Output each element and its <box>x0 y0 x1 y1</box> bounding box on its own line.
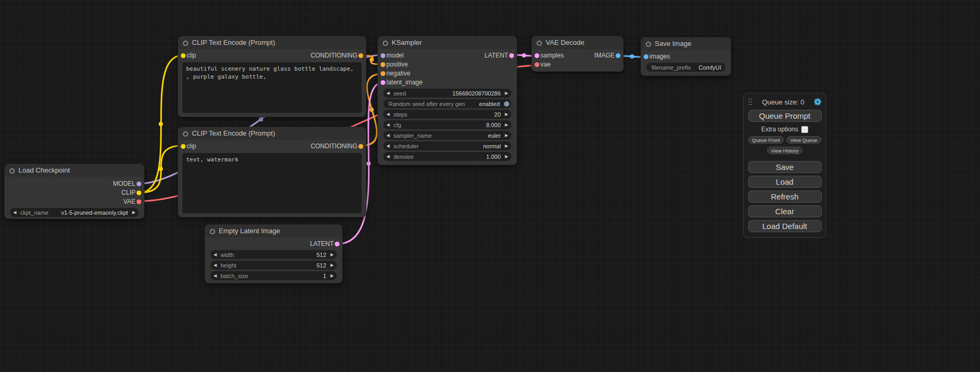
input-dot-latent-image[interactable] <box>381 80 385 85</box>
widget-denoise[interactable]: ◀ denoise 1.000 ▶ <box>383 152 511 161</box>
arrow-left-icon[interactable]: ◀ <box>383 152 390 161</box>
collapse-dot-icon[interactable] <box>183 41 188 46</box>
output-dot-latent[interactable] <box>335 242 339 246</box>
arrow-left-icon[interactable]: ◀ <box>10 208 16 217</box>
slot-area: samples IMAGE vae <box>532 49 623 69</box>
slot-row: LATENT <box>205 240 342 249</box>
node-title-bar[interactable]: VAE Decode <box>532 36 623 49</box>
widget-height[interactable]: ◀ height 512 ▶ <box>210 261 337 270</box>
widget-cfg[interactable]: ◀ cfg 8.000 ▶ <box>383 120 511 129</box>
node-save-image[interactable]: Save Image images filename_prefix ComfyU… <box>641 37 731 76</box>
widget-width[interactable]: ◀ width 512 ▶ <box>210 250 337 259</box>
node-load-checkpoint[interactable]: Load Checkpoint MODEL CLIP VAE ◀ ckpt_na… <box>4 164 144 219</box>
link-midpoint-dot <box>366 161 371 166</box>
arrow-left-icon[interactable]: ◀ <box>383 141 390 150</box>
widget-batch-size[interactable]: ◀ batch_size 1 ▶ <box>210 271 337 280</box>
drag-handle-icon[interactable] <box>748 98 752 106</box>
input-dot-negative[interactable] <box>381 71 385 76</box>
input-dot-clip[interactable] <box>181 144 186 149</box>
output-dot-conditioning[interactable] <box>358 144 363 149</box>
widget-steps[interactable]: ◀ steps 20 ▶ <box>383 110 511 119</box>
collapse-dot-icon[interactable] <box>9 168 15 174</box>
collapse-dot-icon[interactable] <box>537 41 542 46</box>
node-title-bar[interactable]: CLIP Text Encode (Prompt) <box>178 36 366 49</box>
widget-value: 512 <box>316 252 326 258</box>
output-dot-clip[interactable] <box>137 190 141 195</box>
input-dot-positive[interactable] <box>381 62 385 67</box>
output-label-latent: LATENT <box>484 51 508 60</box>
input-label-positive: positive <box>386 60 408 69</box>
node-title-bar[interactable]: Save Image <box>641 37 731 50</box>
input-dot-model[interactable] <box>381 53 385 58</box>
arrow-left-icon[interactable]: ◀ <box>210 250 217 259</box>
arrow-right-icon[interactable]: ▶ <box>331 250 337 259</box>
collapse-dot-icon[interactable] <box>183 131 188 137</box>
node-title-bar[interactable]: CLIP Text Encode (Prompt) <box>178 127 366 140</box>
link-midpoint-dot <box>259 117 263 121</box>
node-empty-latent-image[interactable]: Empty Latent Image LATENT ◀ width 512 ▶ … <box>205 224 343 283</box>
node-vae-decode[interactable]: VAE Decode samples IMAGE vae <box>531 36 624 72</box>
node-clip-text-encode-positive[interactable]: CLIP Text Encode (Prompt) clip CONDITION… <box>178 36 366 117</box>
widget-name: batch_size <box>220 273 248 279</box>
arrow-left-icon[interactable]: ◀ <box>210 271 217 280</box>
queue-panel: Queue size: 0 Queue Prompt Extra options… <box>743 93 826 238</box>
output-dot-latent[interactable] <box>509 53 514 58</box>
widget-value: 1.000 <box>486 154 501 160</box>
widget-sampler-name[interactable]: ◀ sampler_name euler ▶ <box>383 131 511 140</box>
settings-gear-icon[interactable] <box>814 98 821 106</box>
arrow-left-icon[interactable]: ◀ <box>383 120 390 129</box>
widget-scheduler[interactable]: ◀ scheduler normal ▶ <box>383 141 511 150</box>
arrow-left-icon[interactable]: ◀ <box>383 110 390 119</box>
queue-prompt-button[interactable]: Queue Prompt <box>748 110 822 122</box>
node-ksampler[interactable]: KSampler model LATENT positive negative … <box>377 36 517 165</box>
output-label-clip: CLIP <box>121 188 135 197</box>
output-dot-model[interactable] <box>137 182 141 186</box>
input-dot-vae[interactable] <box>535 62 539 67</box>
widget-filename-prefix[interactable]: filename_prefix ComfyUI <box>646 63 725 72</box>
arrow-left-icon[interactable]: ◀ <box>383 131 390 140</box>
queue-front-button[interactable]: Queue Front <box>748 136 783 144</box>
input-dot-clip[interactable] <box>181 53 186 58</box>
arrow-right-icon[interactable]: ▶ <box>505 110 511 119</box>
arrow-left-icon[interactable]: ◀ <box>383 89 390 98</box>
slot-row: MODEL <box>5 179 144 188</box>
arrow-right-icon[interactable]: ▶ <box>505 141 511 150</box>
arrow-right-icon[interactable]: ▶ <box>505 131 511 140</box>
arrow-right-icon[interactable]: ▶ <box>331 271 337 280</box>
collapse-dot-icon[interactable] <box>210 229 215 234</box>
arrow-right-icon[interactable]: ▶ <box>505 152 511 161</box>
widget-seed[interactable]: ◀ seed 156680208700286 ▶ <box>383 89 511 98</box>
view-history-button[interactable]: View History <box>767 147 802 154</box>
view-queue-button[interactable]: View Queue <box>787 136 821 144</box>
prompt-textarea[interactable]: text, watermark <box>182 153 362 213</box>
arrow-right-icon[interactable]: ▶ <box>132 208 139 217</box>
node-title-bar[interactable]: KSampler <box>378 36 517 49</box>
node-graph-canvas[interactable]: Load Checkpoint MODEL CLIP VAE ◀ ckpt_na… <box>0 0 980 372</box>
node-title-bar[interactable]: Load Checkpoint <box>5 164 144 177</box>
node-title-bar[interactable]: Empty Latent Image <box>205 225 342 237</box>
prompt-textarea[interactable]: beautiful scenery nature glass bottle la… <box>182 62 362 113</box>
arrow-right-icon[interactable]: ▶ <box>331 261 337 270</box>
input-dot-samples[interactable] <box>535 53 539 58</box>
widget-random-seed-toggle[interactable]: Random seed after every gen enabled <box>383 99 511 108</box>
output-dot-conditioning[interactable] <box>358 53 363 58</box>
arrow-right-icon[interactable]: ▶ <box>505 120 511 129</box>
widget-ckpt-name[interactable]: ◀ ckpt_name v1-5-pruned-emaonly.ckpt ▶ <box>10 208 139 217</box>
output-dot-vae[interactable] <box>137 199 141 204</box>
load-default-button[interactable]: Load Default <box>748 220 822 232</box>
clear-button[interactable]: Clear <box>748 205 822 217</box>
arrow-right-icon[interactable]: ▶ <box>505 89 511 98</box>
output-dot-image[interactable] <box>616 53 620 58</box>
arrow-left-icon[interactable]: ◀ <box>210 261 217 270</box>
save-button[interactable]: Save <box>748 161 822 173</box>
slot-area: clip CONDITIONING <box>178 140 366 151</box>
refresh-button[interactable]: Refresh <box>748 190 822 203</box>
input-dot-images[interactable] <box>644 54 648 59</box>
slot-row: negative <box>378 69 517 78</box>
load-button[interactable]: Load <box>748 176 822 188</box>
extra-options-checkbox[interactable] <box>801 126 808 133</box>
collapse-dot-icon[interactable] <box>383 41 388 46</box>
toggle-knob-icon[interactable] <box>504 101 509 107</box>
collapse-dot-icon[interactable] <box>646 42 651 47</box>
node-clip-text-encode-negative[interactable]: CLIP Text Encode (Prompt) clip CONDITION… <box>178 127 366 217</box>
